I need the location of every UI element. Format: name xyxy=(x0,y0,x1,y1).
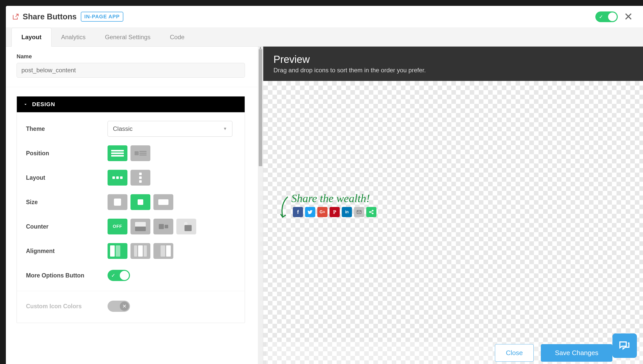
share-icon-email[interactable] xyxy=(354,207,364,217)
close-modal-button[interactable]: ✕ xyxy=(624,10,633,23)
lines-icon xyxy=(111,150,124,157)
check-icon: ✓ xyxy=(599,14,603,20)
tab-general-settings[interactable]: General Settings xyxy=(95,28,160,46)
svg-point-1 xyxy=(370,212,371,213)
share-more-icon xyxy=(369,209,374,215)
theme-select[interactable]: Classic ▼ xyxy=(108,121,232,137)
tabs-bar: Layout Analytics General Settings Code xyxy=(6,28,643,47)
close-button[interactable]: Close xyxy=(495,344,534,362)
counter-label: Counter xyxy=(26,223,108,230)
toggle-knob xyxy=(608,12,617,21)
modal-header: Share Buttons IN-PAGE APP ✓ ✕ xyxy=(6,6,643,28)
twitter-icon xyxy=(307,209,313,215)
share-icon-more[interactable] xyxy=(366,207,376,217)
horizontal-icon xyxy=(112,176,123,179)
preview-canvas: Share the wealth! f G+ P xyxy=(263,81,643,364)
in-page-app-badge: IN-PAGE APP xyxy=(81,12,123,22)
custom-colors-label: Custom Icon Colors xyxy=(26,303,108,310)
left-panel-scrollbar[interactable]: ▲ xyxy=(258,47,263,364)
svg-point-2 xyxy=(372,210,373,211)
size-option-wide[interactable] xyxy=(153,194,173,210)
share-heading: Share the wealth! xyxy=(291,192,629,205)
align-left-icon xyxy=(110,245,125,257)
share-icon-googleplus[interactable]: G+ xyxy=(317,207,327,217)
chat-icon xyxy=(618,339,631,352)
alignment-option-center[interactable] xyxy=(130,243,150,259)
counter-stacked-icon xyxy=(135,222,146,231)
position-option-full[interactable] xyxy=(108,145,127,161)
share-icon-facebook[interactable]: f xyxy=(293,207,303,217)
save-changes-button[interactable]: Save Changes xyxy=(541,344,612,362)
check-icon: ✓ xyxy=(111,272,115,278)
counter-inline-icon xyxy=(159,224,168,229)
size-option-large[interactable] xyxy=(108,194,127,210)
share-icon-twitter[interactable] xyxy=(305,207,315,217)
size-option-medium[interactable] xyxy=(130,194,150,210)
settings-modal: Share Buttons IN-PAGE APP ✓ ✕ Layout Ana… xyxy=(6,6,643,364)
preview-panel: Preview Drag and drop icons to sort them… xyxy=(263,47,643,364)
design-section-header[interactable]: DESIGN xyxy=(17,96,245,112)
app-enable-toggle[interactable]: ✓ xyxy=(595,11,618,22)
layout-label: Layout xyxy=(26,174,108,181)
layout-option-horizontal[interactable] xyxy=(108,170,127,186)
align-right-icon xyxy=(156,245,171,257)
toggle-knob-off: ✕ xyxy=(120,302,129,311)
tab-code[interactable]: Code xyxy=(160,28,194,46)
position-option-sidebar[interactable] xyxy=(130,145,150,161)
caret-down-icon: ▼ xyxy=(223,127,227,131)
settings-panel: Name DESIGN Theme Classic xyxy=(6,47,263,364)
square-icon xyxy=(138,199,143,205)
align-center-icon xyxy=(133,245,148,257)
position-label: Position xyxy=(26,150,108,157)
rectangle-icon xyxy=(158,199,168,205)
counter-option-inline[interactable] xyxy=(153,219,173,234)
chat-support-button[interactable] xyxy=(612,333,637,358)
alignment-option-left[interactable] xyxy=(108,243,127,259)
size-label: Size xyxy=(26,199,108,206)
alignment-label: Alignment xyxy=(26,248,108,255)
counter-option-stacked[interactable] xyxy=(130,219,150,234)
modal-title: Share Buttons xyxy=(23,12,77,21)
share-icons-row: f G+ P in xyxy=(293,207,376,217)
mail-icon xyxy=(356,209,362,215)
chevron-down-icon xyxy=(23,102,28,107)
vertical-icon xyxy=(139,173,142,183)
layout-option-vertical[interactable] xyxy=(130,170,150,186)
toggle-knob xyxy=(120,271,129,280)
square-icon xyxy=(114,199,121,206)
alignment-option-right[interactable] xyxy=(153,243,173,259)
design-section-title: DESIGN xyxy=(32,101,55,108)
scrollbar-thumb[interactable] xyxy=(259,49,262,166)
svg-point-3 xyxy=(372,213,373,214)
theme-label: Theme xyxy=(26,125,108,132)
share-icon xyxy=(12,13,19,20)
preview-title: Preview xyxy=(273,54,633,65)
preview-header: Preview Drag and drop icons to sort them… xyxy=(263,47,643,81)
curved-arrow-icon xyxy=(278,194,290,220)
more-options-toggle[interactable]: ✓ xyxy=(108,270,130,281)
modal-footer: Close Save Changes xyxy=(266,342,643,364)
counter-option-off[interactable]: OFF xyxy=(108,219,127,234)
design-section: DESIGN Theme Classic ▼ xyxy=(17,96,245,323)
share-icon-pinterest[interactable]: P xyxy=(330,207,340,217)
tab-layout[interactable]: Layout xyxy=(11,28,51,47)
custom-colors-toggle[interactable]: ✕ xyxy=(108,301,130,312)
counter-option-bubble[interactable] xyxy=(176,219,196,234)
tab-analytics[interactable]: Analytics xyxy=(51,28,95,46)
counter-bubble-icon xyxy=(181,222,192,231)
share-icon-linkedin[interactable]: in xyxy=(342,207,352,217)
more-options-label: More Options Button xyxy=(26,272,108,279)
name-label: Name xyxy=(17,53,253,60)
name-input[interactable] xyxy=(17,63,245,78)
preview-subtitle: Drag and drop icons to sort them in the … xyxy=(273,67,633,74)
theme-value: Classic xyxy=(113,125,133,132)
list-icon xyxy=(135,151,147,156)
